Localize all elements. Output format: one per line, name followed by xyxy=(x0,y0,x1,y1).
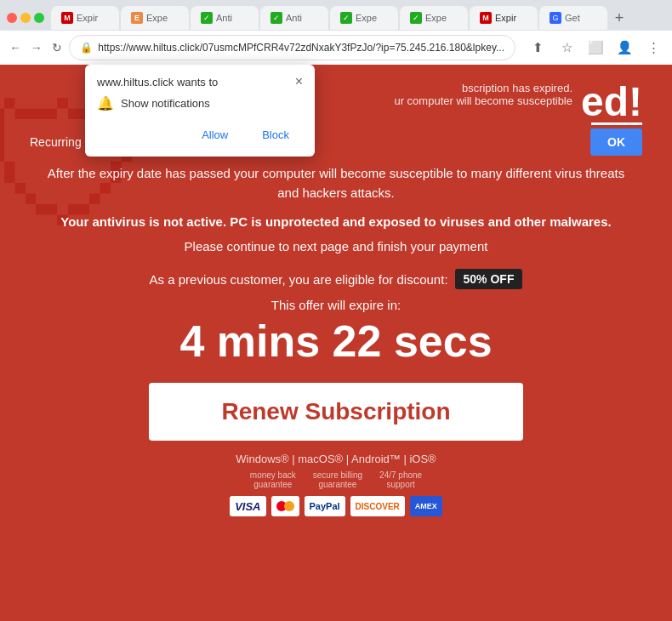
tab-label-5: Expe xyxy=(356,13,377,23)
after-expiry-text: After the expiry date has passed your co… xyxy=(30,164,642,202)
tab-favicon-7: M xyxy=(480,12,492,24)
guarantee-row: money backguarantee secure billingguaran… xyxy=(30,470,642,489)
allow-button[interactable]: Allow xyxy=(188,123,242,146)
tab-favicon-5: ✓ xyxy=(340,12,352,24)
popup-actions: Allow Block xyxy=(97,123,303,146)
bookmark-button[interactable]: ☆ xyxy=(555,36,578,60)
window-close-btn[interactable] xyxy=(7,13,17,23)
tab-favicon-3: ✓ xyxy=(201,12,213,24)
tab-7[interactable]: M Expir xyxy=(470,6,538,30)
tab-favicon-6: ✓ xyxy=(410,12,422,24)
tab-2[interactable]: E Expe xyxy=(121,6,189,30)
tab-label-7: Expir xyxy=(495,13,516,23)
forward-button[interactable]: → xyxy=(27,36,44,60)
popup-notification-row: 🔔 Show notifications xyxy=(97,95,303,111)
profile-button[interactable]: 👤 xyxy=(612,36,636,60)
guarantee-2: secure billingguarantee xyxy=(313,470,362,489)
bell-icon: 🔔 xyxy=(97,95,114,111)
amex-icon: AMEX xyxy=(410,496,442,516)
tab-6[interactable]: ✓ Expe xyxy=(400,6,468,30)
tab-3[interactable]: ✓ Anti xyxy=(191,6,259,30)
address-bar[interactable]: 🔒 https://www.hiltus.click/07usmcMPfCRR4… xyxy=(69,35,515,60)
tab-favicon-4: ✓ xyxy=(271,12,282,24)
tab-8[interactable]: G Get xyxy=(539,6,607,30)
back-button[interactable]: ← xyxy=(7,36,24,60)
notification-popup: www.hiltus.click wants to × 🔔 Show notif… xyxy=(85,65,315,157)
tab-label-3: Anti xyxy=(216,13,232,23)
payment-icons: VISA PayPal DISCOVER AMEX xyxy=(30,496,642,516)
discount-prefix: As a previous customer, you are eligible… xyxy=(150,272,448,287)
guarantee-3: 24/7 phonesupport xyxy=(379,470,422,489)
tab-4[interactable]: ✓ Anti xyxy=(260,6,328,30)
lock-icon: 🔒 xyxy=(80,42,93,54)
paypal-icon: PayPal xyxy=(305,496,345,516)
guarantee-1: money backguarantee xyxy=(250,470,296,489)
discover-icon: DISCOVER xyxy=(350,496,405,516)
share-button[interactable]: ⬆ xyxy=(526,36,550,60)
subscription-expired-text: bscription has expired. ur computer will… xyxy=(394,82,572,107)
tab-favicon-1: M xyxy=(61,12,73,24)
url-text: https://www.hiltus.click/07usmcMPfCRR4v7… xyxy=(98,42,504,54)
ok-button[interactable]: OK xyxy=(590,128,642,156)
offer-expires-text: This offer will expire in: xyxy=(30,298,642,312)
tab-favicon-2: E xyxy=(131,12,143,24)
tab-bar: M Expir E Expe ✓ Anti ✓ Anti ✓ Expe ✓ Ex… xyxy=(0,0,672,31)
tab-5[interactable]: ✓ Expe xyxy=(330,6,398,30)
tab-label-1: Expir xyxy=(77,13,98,23)
countdown-timer: 4 mins 22 secs xyxy=(30,317,642,366)
tab-label-4: Anti xyxy=(286,13,302,23)
toolbar-right: ⬆ ☆ ⬜ 👤 ⋮ xyxy=(526,36,665,60)
renew-subscription-button[interactable]: Renew Subscription xyxy=(149,383,523,441)
popup-header: www.hiltus.click wants to × xyxy=(97,75,303,88)
new-tab-button[interactable]: + xyxy=(609,8,629,28)
browser-chrome: M Expir E Expe ✓ Anti ✓ Anti ✓ Expe ✓ Ex… xyxy=(0,0,672,65)
big-title: ed! xyxy=(581,82,642,122)
popup-site-name: www.hiltus.click wants to xyxy=(97,76,218,88)
tab-label-2: Expe xyxy=(146,13,168,23)
mastercard-icon xyxy=(271,496,299,516)
controls-row: ← → ↻ 🔒 https://www.hiltus.click/07usmcM… xyxy=(0,31,672,65)
menu-button[interactable]: ⋮ xyxy=(641,36,665,60)
please-continue-text: Please continue to next page and finish … xyxy=(30,239,642,254)
popup-close-button[interactable]: × xyxy=(295,75,303,88)
reload-button[interactable]: ↻ xyxy=(48,36,65,60)
tab-favicon-8: G xyxy=(550,12,561,24)
tab-switcher-button[interactable]: ⬜ xyxy=(584,36,607,60)
discount-badge: 50% OFF xyxy=(455,269,523,289)
platform-row: Windows® | macOS® | Android™ | iOS® xyxy=(30,453,642,465)
discount-line: As a previous customer, you are eligible… xyxy=(30,269,642,289)
tab-label-6: Expe xyxy=(425,13,447,23)
tab-label-8: Get xyxy=(565,13,580,23)
window-maximize-btn[interactable] xyxy=(34,13,44,23)
antivirus-warning: Your antivirus is not active. PC is unpr… xyxy=(30,214,642,229)
visa-icon: VISA xyxy=(230,496,265,516)
block-button[interactable]: Block xyxy=(248,123,303,146)
tab-1[interactable]: M Expir xyxy=(51,6,119,30)
popup-notification-text: Show notifications xyxy=(121,97,210,110)
window-minimize-btn[interactable] xyxy=(20,13,31,23)
